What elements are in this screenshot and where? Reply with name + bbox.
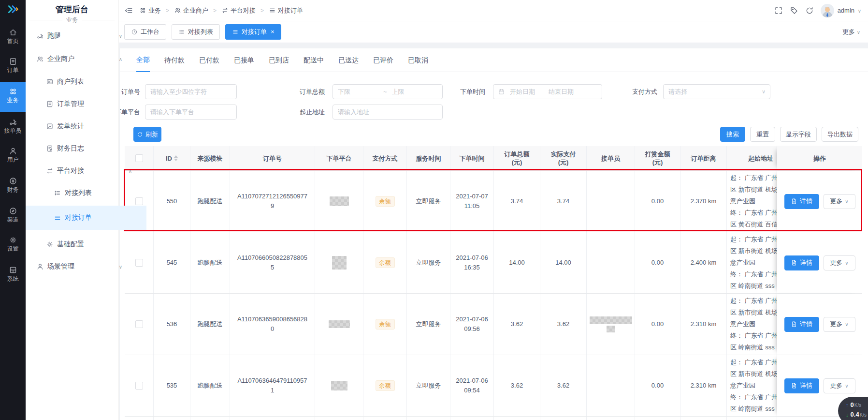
order-total-max-input[interactable] xyxy=(387,88,450,95)
detail-button[interactable]: 详情 xyxy=(784,317,819,332)
cell-tip: 0.00 xyxy=(635,171,680,232)
status-tab-reviewed[interactable]: 已评价 xyxy=(373,49,393,72)
avatar-image xyxy=(821,4,834,17)
end-date-input[interactable] xyxy=(548,88,597,95)
user-menu[interactable]: admin ∨ xyxy=(838,7,861,14)
reset-button[interactable]: 重置 xyxy=(750,127,775,142)
order-time-range-wrap[interactable] xyxy=(493,84,602,99)
status-tab-delivering[interactable]: 配送中 xyxy=(304,49,324,72)
row-checkbox[interactable] xyxy=(135,320,143,328)
order-no-input[interactable] xyxy=(145,88,236,95)
search-button[interactable]: 搜索 xyxy=(720,127,745,142)
sort-caret-icon[interactable] xyxy=(174,155,178,161)
row-checkbox[interactable] xyxy=(135,259,143,267)
chevron-down-icon: ∨ xyxy=(845,322,848,327)
cell-id: 535 xyxy=(154,355,190,416)
menu-lines-icon xyxy=(54,214,61,222)
file-icon xyxy=(791,321,797,328)
cell-platform xyxy=(315,232,363,293)
pay-method-select[interactable]: ∨ xyxy=(663,84,770,99)
rail-item-users[interactable]: 用户 xyxy=(0,147,26,163)
rail-item-orders[interactable]: 订单 xyxy=(0,57,26,74)
reload-icon[interactable] xyxy=(805,6,814,15)
doc-edit-icon xyxy=(46,145,54,152)
status-tab-delivered[interactable]: 已送达 xyxy=(338,49,359,72)
rail-item-home[interactable]: 首页 xyxy=(0,28,26,45)
sidebar-item-platform-connect[interactable]: 平台对接∧ xyxy=(26,163,139,179)
chevron-down-icon: ∨ xyxy=(845,199,848,204)
sidebar-item-enterprise-merchant[interactable]: 企业商户∧ xyxy=(26,51,129,67)
order-total-label: 订单总额 xyxy=(293,84,325,99)
start-date-input[interactable] xyxy=(505,88,548,95)
cell-address: 起： 广东省 广州区 新市街道 机场意产业园终： 广东省 广州区 岭南街道 ss… xyxy=(727,294,777,355)
pay-method-select-value[interactable] xyxy=(664,88,770,95)
cell-service-time: 立即服务 xyxy=(407,355,450,416)
breadcrumb-enterprise-merchant[interactable]: 企业商户 xyxy=(174,6,208,15)
tab-workbench[interactable]: 工作台 xyxy=(124,24,166,40)
rail-item-channel[interactable]: 渠道 xyxy=(0,207,26,223)
breadcrumb-business[interactable]: 业务 xyxy=(139,6,161,15)
more-button[interactable]: 更多∨ xyxy=(824,194,855,209)
tabs-more-button[interactable]: 更多 ∨ xyxy=(842,28,860,36)
more-button[interactable]: 更多∨ xyxy=(824,255,855,270)
export-data-button[interactable]: 导出数据 xyxy=(822,127,858,142)
breadcrumb-connect-orders[interactable]: 对接订单 xyxy=(269,6,303,15)
document-icon xyxy=(46,100,54,108)
sidebar-item-order-manage[interactable]: 订单管理 xyxy=(26,96,139,112)
order-icon xyxy=(9,57,17,66)
tab-connect-list[interactable]: 对接列表 xyxy=(172,24,220,40)
detail-button[interactable]: 详情 xyxy=(784,378,819,393)
status-tab-cancelled[interactable]: 已取消 xyxy=(408,49,428,72)
detail-button[interactable]: 详情 xyxy=(784,194,819,209)
status-tab-arrived-store[interactable]: 已到店 xyxy=(269,49,289,72)
page-tab-bar: 工作台 对接列表 对接订单× 更多 ∨ xyxy=(119,21,868,43)
rail-item-courier[interactable]: 接单员 xyxy=(0,118,26,134)
close-icon[interactable]: × xyxy=(271,29,275,35)
menu-lines-icon xyxy=(269,7,276,14)
order-total-min-input[interactable] xyxy=(333,88,383,95)
status-tab-pending-payment[interactable]: 待付款 xyxy=(164,49,185,72)
avatar[interactable] xyxy=(821,4,834,17)
cell-source-module: 跑腿配送 xyxy=(190,171,230,232)
rail-item-system[interactable]: 系统 xyxy=(0,266,26,282)
address-input[interactable] xyxy=(333,108,442,116)
row-checkbox[interactable] xyxy=(135,382,143,390)
theme-tag-icon[interactable] xyxy=(790,6,798,15)
business-grid-icon xyxy=(139,7,146,14)
more-button[interactable]: 更多∨ xyxy=(824,317,855,332)
rail-item-settings[interactable]: 设置 xyxy=(0,236,26,252)
status-tab-paid[interactable]: 已付款 xyxy=(199,49,219,72)
order-no-input-wrap xyxy=(145,84,237,99)
collapse-sidebar-icon[interactable] xyxy=(124,6,133,15)
rail-item-business[interactable]: 业务 xyxy=(0,82,26,112)
rail-item-finance[interactable]: 财务 xyxy=(0,177,26,193)
pay-method-badge: 余额 xyxy=(376,380,395,391)
orders-table: ID 来源模块 订单号 下单平台 支付方式 服务时间 下单时间 订单总额(元) … xyxy=(125,146,862,420)
sidebar-item-scene-manage[interactable]: 场景管理∨ xyxy=(26,259,129,274)
more-button[interactable]: 更多∨ xyxy=(824,378,855,393)
cell-id: 545 xyxy=(154,232,190,293)
sidebar-item-connect-orders[interactable]: 对接订单 xyxy=(26,206,146,230)
fullscreen-icon[interactable] xyxy=(774,6,783,15)
sidebar-item-connect-list[interactable]: 对接列表 xyxy=(26,185,146,201)
sidebar-item-merchant-list[interactable]: 商户列表 xyxy=(26,74,139,90)
detail-button[interactable]: 详情 xyxy=(784,255,819,270)
show-fields-button[interactable]: 显示字段 xyxy=(780,127,817,142)
breadcrumb-platform-connect[interactable]: 平台对接 xyxy=(221,6,256,15)
pay-method-badge: 余额 xyxy=(376,196,395,207)
network-speed-widget: ↑ 0K/s ↓ 0.4K/s xyxy=(838,397,868,420)
status-tab-all[interactable]: 全部 xyxy=(136,48,150,72)
order-total-range-wrap: ~ xyxy=(333,84,443,99)
status-tab-accepted[interactable]: 已接单 xyxy=(234,49,254,72)
cell-courier xyxy=(587,294,635,355)
sidebar-item-dispatch-stats[interactable]: 发单统计 xyxy=(26,119,139,134)
tab-connect-orders[interactable]: 对接订单× xyxy=(225,24,281,40)
chevron-down-icon: ∨ xyxy=(858,8,861,14)
app-logo[interactable] xyxy=(0,3,26,17)
sidebar-item-finance-log[interactable]: 财务日志 xyxy=(26,141,139,156)
sidebar-item-base-config[interactable]: 基础配置 xyxy=(26,237,139,252)
pay-method-badge: 余额 xyxy=(376,319,395,330)
sidebar-item-paotui[interactable]: 跑腿∨ xyxy=(26,28,129,44)
platform-input[interactable] xyxy=(145,108,236,116)
list-icon xyxy=(54,189,61,197)
